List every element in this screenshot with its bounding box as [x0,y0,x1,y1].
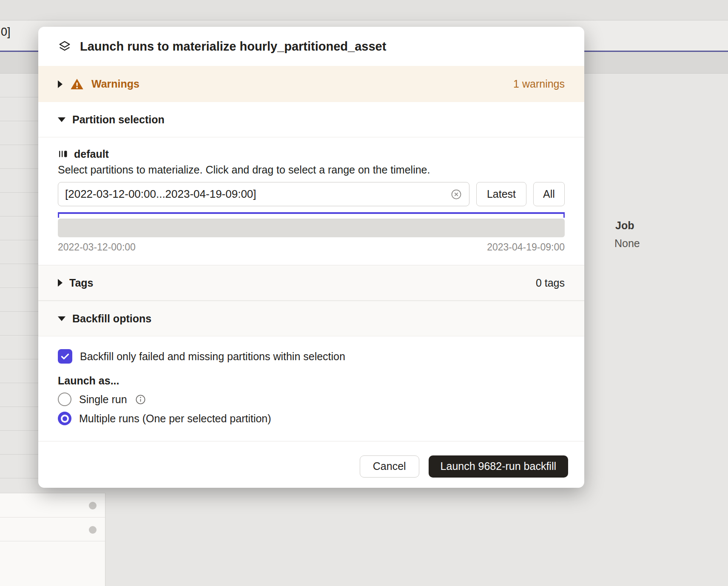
warnings-label: Warnings [91,78,139,90]
tags-label: Tags [69,277,94,289]
partition-range-value: [2022-03-12-00:00...2023-04-19-09:00] [65,188,256,201]
backdrop-table-rows [0,74,38,493]
partition-instructions: Select partitions to materialize. Click … [58,164,565,176]
backfill-checkbox-label: Backfill only failed and missing partiti… [80,350,345,363]
caret-right-icon [58,80,63,88]
dialog-title: Launch runs to materialize hourly_partit… [80,40,386,54]
backdrop-bottom-panel [0,493,105,586]
warnings-section-header[interactable]: Warnings 1 warnings [38,66,584,102]
backdrop-clipped-label: 0] [1,26,11,39]
checkmark-icon [60,351,71,362]
status-dot-icon [89,526,97,534]
partition-selection-bracket[interactable] [58,212,565,214]
dialog-footer: Cancel Launch 9682-run backfill [38,441,584,488]
warning-icon [70,77,84,91]
caret-down-icon [58,117,65,122]
multiple-runs-label: Multiple runs (One per selected partitio… [79,412,271,425]
launch-backfill-button[interactable]: Launch 9682-run backfill [429,455,568,478]
launch-backfill-dialog: Launch runs to materialize hourly_partit… [38,27,584,488]
backfill-only-failed-checkbox[interactable] [58,349,72,364]
partition-range-input[interactable]: [2022-03-12-00:00...2023-04-19-09:00] [58,182,469,206]
all-button[interactable]: All [533,182,565,206]
backfill-options-section-header[interactable]: Backfill options [38,301,584,336]
single-run-label: Single run [79,393,127,406]
backdrop-row-divider [0,541,105,541]
single-run-radio[interactable] [58,393,71,406]
backdrop-job-column-header: Job [615,219,634,232]
partition-selection-section-header[interactable]: Partition selection [38,102,584,137]
tags-count: 0 tags [536,277,565,289]
backdrop-top-band [0,0,728,20]
backdrop-row-divider [0,517,105,518]
tags-section-header[interactable]: Tags 0 tags [38,265,584,301]
partition-dimension-row: default [58,148,565,160]
backfill-checkbox-row: Backfill only failed and missing partiti… [58,349,565,364]
partition-input-row: [2022-03-12-00:00...2023-04-19-09:00] La… [58,182,565,206]
cancel-button[interactable]: Cancel [360,455,419,478]
latest-button[interactable]: Latest [476,182,526,206]
layers-icon [58,40,71,53]
partition-dimension-name: default [74,148,109,160]
caret-right-icon [58,279,63,287]
multiple-runs-radio[interactable] [58,412,71,425]
backfill-options-label: Backfill options [72,313,151,325]
multiple-runs-option: Multiple runs (One per selected partitio… [58,412,565,425]
timeline-start-label: 2022-03-12-00:00 [58,242,136,253]
dialog-header: Launch runs to materialize hourly_partit… [38,27,584,66]
status-dot-icon [89,502,97,509]
screen: 0] Job None Launch runs to materialize h… [0,0,728,586]
backfill-options-body: Backfill only failed and missing partiti… [38,336,584,441]
timeline-end-label: 2023-04-19-09:00 [487,242,565,253]
partition-selection-body: default Select partitions to materialize… [38,137,584,265]
launch-as-label: Launch as... [58,375,565,387]
partition-timeline[interactable] [58,219,565,237]
info-icon[interactable] [135,394,146,405]
partition-timeline-dates: 2022-03-12-00:00 2023-04-19-09:00 [58,242,565,253]
backdrop-job-value: None [614,237,640,250]
warnings-count: 1 warnings [513,78,565,90]
partition-selection-label: Partition selection [72,114,165,126]
clear-icon[interactable] [450,188,462,200]
caret-down-icon [58,316,65,321]
single-run-option: Single run [58,393,565,406]
partition-dimension-icon [58,149,68,159]
